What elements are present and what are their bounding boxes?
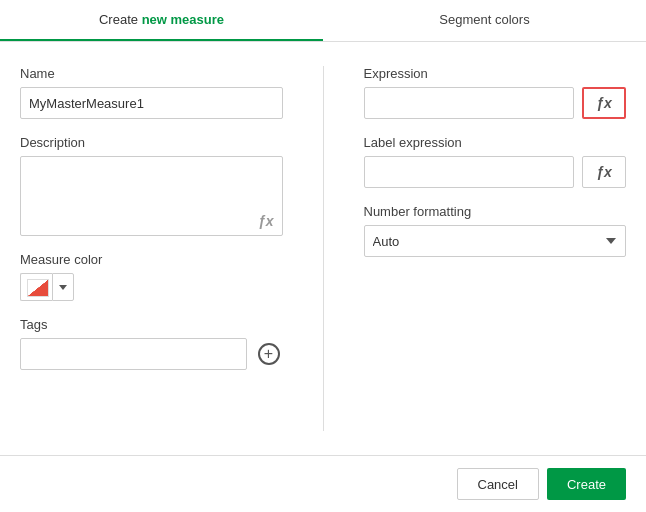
expression-fx-icon: ƒx <box>596 95 612 111</box>
main-content: Name Description ƒx Measure color <box>0 42 646 455</box>
tab-create-measure-label: Create new measure <box>99 12 224 27</box>
name-input[interactable] <box>20 87 283 119</box>
description-field-group: Description ƒx <box>20 135 283 236</box>
right-panel: Expression ƒx Label expression ƒx <box>364 66 627 431</box>
chevron-down-icon <box>59 285 67 290</box>
label-expression-fx-button[interactable]: ƒx <box>582 156 626 188</box>
measure-color-field-group: Measure color <box>20 252 283 301</box>
color-dropdown-button[interactable] <box>52 273 74 301</box>
tags-field-group: Tags + <box>20 317 283 370</box>
expression-input[interactable] <box>364 87 575 119</box>
tags-label: Tags <box>20 317 283 332</box>
label-expression-input[interactable] <box>364 156 575 188</box>
description-input[interactable] <box>21 157 282 235</box>
panel-divider <box>323 66 324 431</box>
color-swatch <box>27 279 47 295</box>
modal-container: Create new measure Segment colors Name D… <box>0 0 646 512</box>
name-label: Name <box>20 66 283 81</box>
description-area: ƒx <box>20 156 283 236</box>
label-expression-row: ƒx <box>364 156 627 188</box>
number-formatting-field-group: Number formatting Auto Number Money Date… <box>364 204 627 257</box>
label-expression-fx-icon: ƒx <box>596 164 612 180</box>
expression-field-group: Expression ƒx <box>364 66 627 119</box>
number-formatting-select-wrapper: Auto Number Money Date Duration Custom <box>364 225 627 257</box>
expression-fx-button[interactable]: ƒx <box>582 87 626 119</box>
tab-segment-colors[interactable]: Segment colors <box>323 0 646 41</box>
measure-color-label: Measure color <box>20 252 283 267</box>
description-label: Description <box>20 135 283 150</box>
number-formatting-label: Number formatting <box>364 204 627 219</box>
name-field-group: Name <box>20 66 283 119</box>
tab-segment-colors-label: Segment colors <box>439 12 529 27</box>
expression-row: ƒx <box>364 87 627 119</box>
label-expression-field-group: Label expression ƒx <box>364 135 627 188</box>
cancel-button[interactable]: Cancel <box>457 468 539 500</box>
expression-label: Expression <box>364 66 627 81</box>
tab-create-measure[interactable]: Create new measure <box>0 0 323 41</box>
number-formatting-select[interactable]: Auto Number Money Date Duration Custom <box>364 225 627 257</box>
left-panel: Name Description ƒx Measure color <box>20 66 283 431</box>
footer: Cancel Create <box>0 455 646 512</box>
create-button[interactable]: Create <box>547 468 626 500</box>
label-expression-label: Label expression <box>364 135 627 150</box>
color-swatch-box[interactable] <box>20 273 52 301</box>
tags-row: + <box>20 338 283 370</box>
color-picker-row <box>20 273 283 301</box>
tabs-bar: Create new measure Segment colors <box>0 0 646 42</box>
add-tag-button[interactable]: + <box>255 340 283 368</box>
tags-input[interactable] <box>20 338 247 370</box>
plus-circle-icon: + <box>258 343 280 365</box>
